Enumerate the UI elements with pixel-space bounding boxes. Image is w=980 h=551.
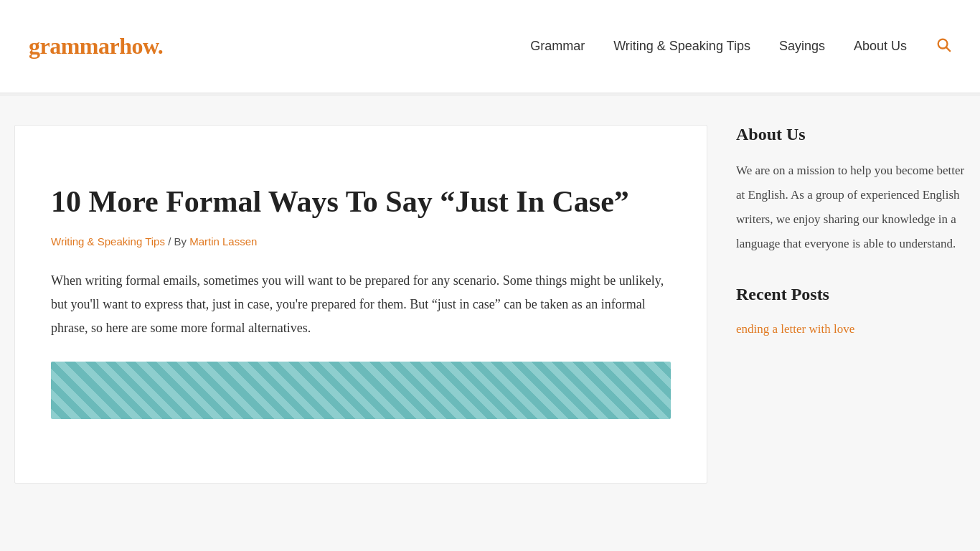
article-category-link[interactable]: Writing & Speaking Tips <box>51 235 165 248</box>
main-nav: Grammar Writing & Speaking Tips Sayings … <box>530 37 951 57</box>
nav-writing-speaking-tips[interactable]: Writing & Speaking Tips <box>613 39 750 54</box>
sidebar: About Us We are on a mission to help you… <box>736 125 966 484</box>
article-image-placeholder <box>51 362 671 419</box>
search-icon[interactable] <box>936 37 951 57</box>
article-meta: Writing & Speaking Tips / By Martin Lass… <box>51 235 671 248</box>
article-meta-separator: / By <box>165 235 189 248</box>
svg-line-1 <box>946 47 950 51</box>
sidebar-about-heading: About Us <box>736 125 966 144</box>
site-logo[interactable]: grammarhow. <box>29 33 163 60</box>
main-container: 10 More Formal Ways To Say “Just In Case… <box>0 96 980 512</box>
nav-grammar[interactable]: Grammar <box>530 39 585 54</box>
nav-sayings[interactable]: Sayings <box>779 39 825 54</box>
logo-text: grammarhow <box>29 33 158 59</box>
site-header: grammarhow. Grammar Writing & Speaking T… <box>0 0 980 93</box>
recent-post-link-0[interactable]: ending a letter with love <box>736 319 966 341</box>
article-title: 10 More Formal Ways To Say “Just In Case… <box>51 183 671 221</box>
article-intro: When writing formal emails, sometimes yo… <box>51 269 671 341</box>
sidebar-about-section: About Us We are on a mission to help you… <box>736 125 966 256</box>
sidebar-recent-posts-section: Recent Posts ending a letter with love <box>736 285 966 341</box>
sidebar-about-text: We are on a mission to help you become b… <box>736 159 966 256</box>
sidebar-recent-posts-heading: Recent Posts <box>736 285 966 304</box>
logo-dot: . <box>158 33 164 59</box>
article-area: 10 More Formal Ways To Say “Just In Case… <box>14 125 707 484</box>
article-author-link[interactable]: Martin Lassen <box>189 235 257 248</box>
nav-about-us[interactable]: About Us <box>854 39 907 54</box>
